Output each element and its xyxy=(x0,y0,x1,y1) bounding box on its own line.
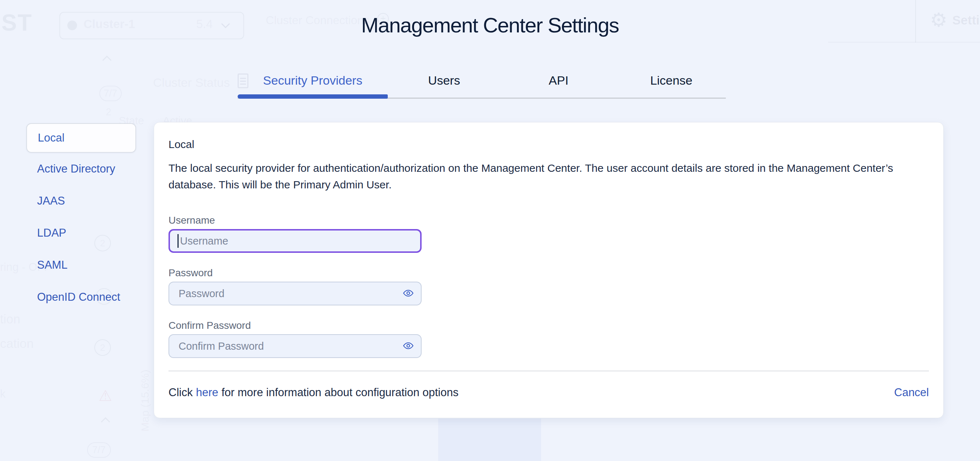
confirm-password-label: Confirm Password xyxy=(169,320,422,331)
sidebar-item-local[interactable]: Local xyxy=(26,123,136,153)
cluster-status-label: Cluster Status xyxy=(153,76,230,90)
local-provider-panel: Local The local security provider for au… xyxy=(154,122,943,418)
clipped-label: k xyxy=(0,388,6,400)
count-badge: 2 xyxy=(94,339,111,356)
tab-users[interactable]: Users xyxy=(388,71,500,99)
tab-license[interactable]: License xyxy=(617,71,726,99)
confirm-password-input[interactable] xyxy=(169,334,422,358)
warning-icon: ⚠ xyxy=(99,387,112,404)
panel-description: The local security provider for authenti… xyxy=(169,160,896,193)
cancel-button[interactable]: Cancel xyxy=(894,386,929,399)
confirm-password-visibility-toggle[interactable] xyxy=(400,338,417,354)
confirm-password-input-wrap xyxy=(169,334,422,358)
username-label: Username xyxy=(169,215,422,226)
username-field-group: Username xyxy=(169,215,422,253)
clipped-label: cation xyxy=(0,337,33,351)
chevron-up-icon xyxy=(102,56,111,64)
members-badge: 7/7 xyxy=(99,86,122,101)
footer-note-suffix: for more information about configuration… xyxy=(221,386,458,399)
footer-note: Clickherefor more information about conf… xyxy=(169,386,458,399)
sidebar-item-openid-connect[interactable]: OpenID Connect xyxy=(26,281,136,313)
page-title: Management Center Settings xyxy=(0,13,980,37)
sidebar-item-jaas[interactable]: JAAS xyxy=(26,185,136,217)
footer-divider xyxy=(169,371,929,371)
username-input-wrap xyxy=(169,229,422,253)
password-input[interactable] xyxy=(169,282,422,305)
sidebar-item-active-directory[interactable]: Active Directory xyxy=(26,153,136,185)
clipped-label: tion xyxy=(0,312,20,326)
tab-api[interactable]: API xyxy=(500,71,617,99)
confirm-password-field-group: Confirm Password xyxy=(169,320,422,358)
password-label: Password xyxy=(169,267,422,279)
footer-note-prefix: Click xyxy=(169,386,192,399)
sidebar-item-ldap[interactable]: LDAP xyxy=(26,217,136,249)
eye-icon xyxy=(401,288,415,300)
panel-heading: Local xyxy=(169,138,194,150)
password-input-wrap xyxy=(169,282,422,305)
eye-icon xyxy=(401,340,415,352)
username-input[interactable] xyxy=(169,229,422,253)
sidebar-item-saml[interactable]: SAML xyxy=(26,249,136,281)
map-gauge-label: Map (15.6%) xyxy=(139,334,151,431)
password-field-group: Password xyxy=(169,267,422,305)
here-link[interactable]: here xyxy=(196,386,218,399)
members-badge: 7/7 xyxy=(87,442,111,458)
chevron-up-icon xyxy=(101,417,110,426)
tab-security-providers[interactable]: Security Providers xyxy=(238,71,388,99)
text-caret xyxy=(178,234,178,248)
card-footer: Clickherefor more information about conf… xyxy=(169,384,929,401)
background-panel xyxy=(438,418,541,461)
password-visibility-toggle[interactable] xyxy=(400,285,417,302)
count-label: 2 xyxy=(106,107,111,118)
settings-tabs: Security Providers Users API License xyxy=(238,71,726,99)
header-border xyxy=(828,42,980,43)
security-providers-sidebar: Local Active Directory JAAS LDAP SAML Op… xyxy=(26,123,136,313)
